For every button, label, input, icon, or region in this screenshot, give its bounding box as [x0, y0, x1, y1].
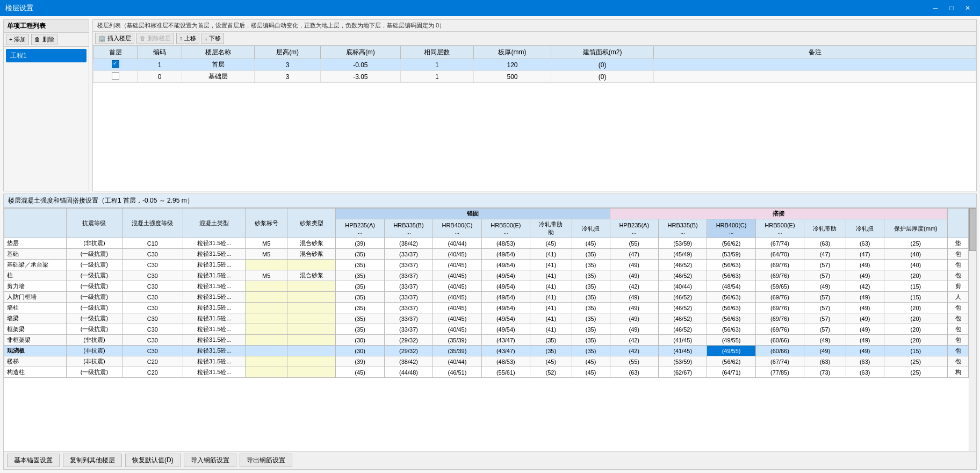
anchor-hrb335-cell[interactable]: (33/37) [384, 281, 433, 292]
lap-hpb235-cell[interactable]: (42) [610, 281, 658, 292]
anchor-hrb335-cell[interactable]: (29/32) [384, 335, 433, 346]
lap-cold-ribbed-cell[interactable]: (57) [804, 270, 846, 281]
concrete-table-row[interactable]: 非框架梁 (非抗震) C30 粒径31.5砼... (30) (29/32) (… [4, 335, 969, 346]
lap-cold-twist-cell[interactable]: (47) [846, 249, 884, 260]
lap-hrb400-cell[interactable]: (56/63) [707, 324, 755, 335]
anchor-hrb400-cell[interactable]: (40/45) [433, 270, 481, 281]
anchor-cold-ribbed-cell[interactable]: (52) [530, 367, 572, 378]
lap-cold-ribbed-cell[interactable]: (63) [804, 356, 846, 367]
project-item[interactable]: 工程1 [6, 49, 87, 62]
lap-hrb400-cell[interactable]: (49/55) [707, 335, 755, 346]
table-row[interactable]: 0 基础层 3 -3.05 1 500 (0) [93, 71, 976, 83]
anchor-cold-ribbed-cell[interactable]: (41) [530, 313, 572, 324]
anchor-cold-twist-cell[interactable]: (35) [572, 303, 610, 313]
anchor-hrb335-cell[interactable]: (38/42) [384, 356, 433, 367]
lap-hpb235-cell[interactable]: (42) [610, 335, 658, 346]
anchor-hrb500-cell[interactable]: (43/47) [481, 335, 530, 346]
concrete-table-row[interactable]: 现浇板 (非抗震) C30 粒径31.5砼... (30) (29/32) (3… [4, 346, 969, 356]
lap-hpb235-cell[interactable]: (49) [610, 324, 658, 335]
lap-hpb235-cell[interactable]: (49) [610, 313, 658, 324]
lap-hrb400-cell[interactable]: (48/54) [707, 281, 755, 292]
checkbox-cell[interactable] [93, 59, 138, 71]
lap-hrb400-cell[interactable]: (56/63) [707, 292, 755, 303]
lap-hrb335-cell[interactable]: (46/52) [658, 303, 707, 313]
concrete-table-wrap[interactable]: 抗震等级 混凝土强度等级 混凝土类型 砂浆标号 砂浆类型 锚固 搭接 [4, 208, 969, 451]
lap-cold-twist-cell[interactable]: (49) [846, 303, 884, 313]
lap-hpb235-cell[interactable]: (55) [610, 356, 658, 367]
lap-hrb500-cell[interactable]: (69/76) [755, 260, 804, 270]
anchor-hrb335-cell[interactable]: (33/37) [384, 292, 433, 303]
anchor-hpb235-cell[interactable]: (39) [336, 238, 384, 249]
restore-button[interactable]: □ [945, 3, 959, 13]
lap-hrb500-cell[interactable]: (60/66) [755, 335, 804, 346]
anchor-hpb235-cell[interactable]: (35) [336, 260, 384, 270]
lap-cold-twist-cell[interactable]: (49) [846, 313, 884, 324]
lap-cold-twist-cell[interactable]: (49) [846, 260, 884, 270]
lap-cold-ribbed-cell[interactable]: (57) [804, 303, 846, 313]
scrollbar-thumb[interactable] [969, 208, 976, 251]
lap-cold-twist-cell[interactable]: (42) [846, 281, 884, 292]
anchor-cold-twist-cell[interactable]: (35) [572, 335, 610, 346]
anchor-hpb235-cell[interactable]: (39) [336, 356, 384, 367]
concrete-table-row[interactable]: 构造柱 (一级抗震) C20 粒径31.5砼... (45) (44/48) (… [4, 367, 969, 378]
lap-hrb500-cell[interactable]: (69/76) [755, 303, 804, 313]
concrete-table-row[interactable]: 人防门框墙 (一级抗震) C30 粒径31.5砼... (35) (33/37)… [4, 292, 969, 303]
table-row[interactable]: 1 首层 3 -0.05 1 120 (0) [93, 59, 976, 71]
concrete-table-row[interactable]: 基础 (一级抗震) C30 粒径31.5砼... M5 混合砂浆 (35) (3… [4, 249, 969, 260]
cover-thick-cell[interactable]: (20) [884, 303, 947, 313]
lap-hrb400-cell[interactable]: (56/62) [707, 356, 755, 367]
lap-hrb500-cell[interactable]: (69/76) [755, 313, 804, 324]
anchor-hpb235-cell[interactable]: (45) [336, 367, 384, 378]
anchor-hrb335-cell[interactable]: (33/37) [384, 260, 433, 270]
anchor-hrb335-cell[interactable]: (29/32) [384, 346, 433, 356]
delete-project-button[interactable]: 🗑 删除 [31, 34, 57, 45]
restore-defaults-button[interactable]: 恢复默认值(D) [125, 454, 181, 467]
cover-thick-cell[interactable]: (20) [884, 313, 947, 324]
lap-hrb335-cell[interactable]: (53/59) [658, 238, 707, 249]
lap-cold-ribbed-cell[interactable]: (57) [804, 260, 846, 270]
lap-hrb400-cell[interactable]: (56/63) [707, 313, 755, 324]
anchor-cold-ribbed-cell[interactable]: (41) [530, 281, 572, 292]
anchor-cold-ribbed-cell[interactable]: (35) [530, 346, 572, 356]
concrete-table-row[interactable]: 柱 (一级抗震) C30 粒径31.5砼... M5 混合砂浆 (35) (33… [4, 270, 969, 281]
lap-cold-ribbed-cell[interactable]: (49) [804, 346, 846, 356]
anchor-hrb335-cell[interactable]: (33/37) [384, 303, 433, 313]
anchor-cold-twist-cell[interactable]: (45) [572, 238, 610, 249]
anchor-hrb400-cell[interactable]: (40/45) [433, 260, 481, 270]
concrete-table-row[interactable]: 垫层 (非抗震) C10 粒径31.5砼... M5 混合砂浆 (39) (38… [4, 238, 969, 249]
cover-thick-cell[interactable]: (15) [884, 281, 947, 292]
anchor-hrb500-cell[interactable]: (48/53) [481, 356, 530, 367]
anchor-cold-ribbed-cell[interactable]: (41) [530, 249, 572, 260]
anchor-hrb500-cell[interactable]: (49/54) [481, 260, 530, 270]
anchor-hrb400-cell[interactable]: (35/39) [433, 335, 481, 346]
lap-cold-twist-cell[interactable]: (63) [846, 367, 884, 378]
cover-thick-cell[interactable]: (40) [884, 260, 947, 270]
anchor-hrb500-cell[interactable]: (55/61) [481, 367, 530, 378]
lap-cold-ribbed-cell[interactable]: (63) [804, 238, 846, 249]
lap-hrb500-cell[interactable]: (67/74) [755, 238, 804, 249]
anchor-cold-twist-cell[interactable]: (35) [572, 281, 610, 292]
lap-hrb335-cell[interactable]: (40/44) [658, 281, 707, 292]
anchor-cold-ribbed-cell[interactable]: (35) [530, 335, 572, 346]
cover-thick-cell[interactable]: (40) [884, 249, 947, 260]
cover-thick-cell[interactable]: (20) [884, 335, 947, 346]
lap-cold-ribbed-cell[interactable]: (57) [804, 292, 846, 303]
lap-hrb500-cell[interactable]: (69/76) [755, 292, 804, 303]
anchor-hrb400-cell[interactable]: (40/45) [433, 249, 481, 260]
lap-cold-twist-cell[interactable]: (49) [846, 270, 884, 281]
concrete-table-row[interactable]: 基础梁／承台梁 (一级抗震) C30 粒径31.5砼... (35) (33/3… [4, 260, 969, 270]
lap-hpb235-cell[interactable]: (47) [610, 249, 658, 260]
anchor-hrb500-cell[interactable]: (49/54) [481, 249, 530, 260]
anchor-cold-ribbed-cell[interactable]: (45) [530, 238, 572, 249]
anchor-hrb500-cell[interactable]: (49/54) [481, 324, 530, 335]
lap-hrb335-cell[interactable]: (62/67) [658, 367, 707, 378]
lap-hrb400-cell[interactable]: (64/71) [707, 367, 755, 378]
anchor-hpb235-cell[interactable]: (35) [336, 313, 384, 324]
anchor-cold-twist-cell[interactable]: (35) [572, 249, 610, 260]
concrete-table-row[interactable]: 墙柱 (一级抗震) C30 粒径31.5砼... (35) (33/37) (4… [4, 303, 969, 313]
lap-hrb400-cell[interactable]: (56/63) [707, 303, 755, 313]
anchor-cold-twist-cell[interactable]: (35) [572, 292, 610, 303]
insert-floor-button[interactable]: 🏢 插入楼层 [95, 33, 134, 44]
anchor-hrb400-cell[interactable]: (40/45) [433, 313, 481, 324]
lap-hrb335-cell[interactable]: (41/45) [658, 346, 707, 356]
